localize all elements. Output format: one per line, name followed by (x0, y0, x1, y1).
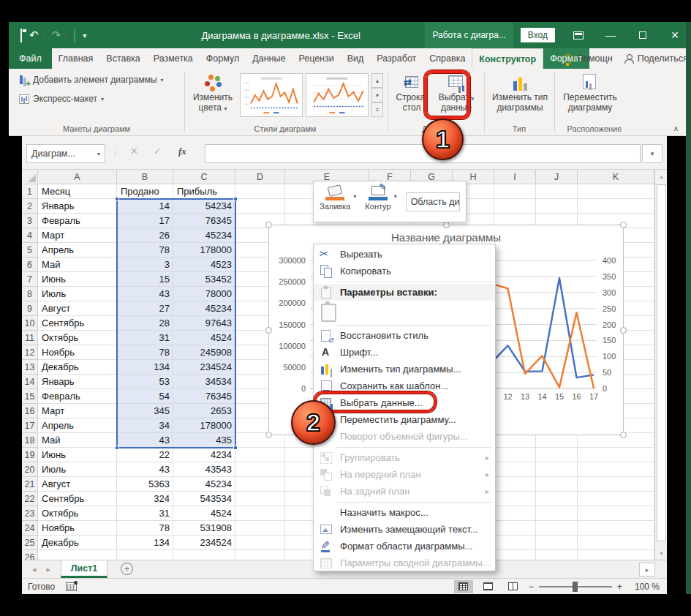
menu-item[interactable]: Шрифт... ▸ (314, 344, 495, 361)
minimize-button[interactable]: — (594, 22, 627, 48)
row-header-14[interactable]: 14 (22, 375, 38, 389)
sheet-tab-list1[interactable]: Лист1 (61, 560, 107, 578)
grid-cell[interactable]: 5363 (117, 477, 173, 492)
column-header-A[interactable]: A (38, 170, 117, 184)
quick-layout-button[interactable]: Экспресс-макет▾ (19, 94, 104, 104)
zoom-slider[interactable] (539, 586, 612, 587)
grid-cell[interactable]: 14 (117, 199, 173, 214)
grid-cell[interactable]: Месяц (38, 184, 117, 199)
normal-view-button[interactable] (454, 580, 473, 593)
grid-cell[interactable]: 178000 (173, 243, 235, 258)
row-header-13[interactable]: 13 (22, 360, 38, 375)
insert-function-icon[interactable]: fx (178, 146, 186, 157)
grid-cell[interactable] (536, 521, 578, 536)
grid-cell[interactable]: 45234 (173, 477, 235, 492)
fill-button[interactable]: Заливка (320, 186, 350, 211)
grid-cell[interactable]: Ноябрь (38, 521, 117, 536)
grid-cell[interactable]: 97643 (173, 316, 235, 331)
column-header-K[interactable]: K (578, 170, 654, 184)
grid-cell[interactable]: 78000 (173, 287, 235, 301)
grid-cell[interactable] (578, 448, 654, 462)
select-all-corner[interactable] (22, 170, 38, 184)
grid-cell[interactable] (173, 550, 235, 560)
customize-qat-icon[interactable]: ▾ (83, 31, 86, 40)
menu-item[interactable]: Формат области диаграммы... ▸ (314, 538, 495, 555)
grid-cell[interactable]: 43 (117, 287, 173, 301)
grid-cell[interactable]: 28 (117, 316, 173, 331)
row-header-23[interactable]: 23 (22, 506, 38, 521)
chart-handle[interactable] (620, 222, 627, 228)
grid-cell[interactable]: Прибыль (173, 184, 235, 199)
row-header-7[interactable]: 7 (22, 272, 38, 287)
grid-cell[interactable]: Март (38, 404, 117, 418)
maximize-button[interactable] (627, 22, 659, 48)
chart-style-thumbnail-1[interactable] (240, 73, 303, 117)
grid-cell[interactable] (536, 184, 578, 199)
grid-cell[interactable]: 234524 (173, 360, 235, 375)
grid-cell[interactable] (235, 536, 285, 550)
row-header-4[interactable]: 4 (22, 228, 38, 243)
grid-cell[interactable]: 45234 (173, 228, 235, 243)
menu-item[interactable]: Изменить замещающий текст... ▸ (314, 521, 495, 538)
row-header-2[interactable]: 2 (22, 199, 38, 214)
grid-cell[interactable]: Октябрь (38, 506, 117, 521)
grid-cell[interactable]: 15 (117, 272, 173, 287)
grid-cell[interactable] (494, 521, 536, 536)
column-header-D[interactable]: D (235, 170, 285, 184)
grid-cell[interactable] (578, 477, 654, 492)
chart-handle[interactable] (265, 222, 272, 228)
page-layout-view-button[interactable] (479, 580, 498, 593)
grid-cell[interactable]: 45234 (173, 301, 235, 316)
grid-cell[interactable]: Февраль (38, 389, 117, 404)
enter-icon[interactable]: ✓ (154, 146, 162, 157)
grid-cell[interactable] (494, 199, 536, 214)
grid-cell[interactable]: 543534 (173, 492, 235, 506)
ribbon-tab[interactable]: Главная (52, 48, 100, 69)
grid-cell[interactable] (578, 492, 654, 506)
camera-icon[interactable] (74, 29, 75, 42)
zoom-out-icon[interactable]: − (529, 582, 534, 592)
horizontal-scroll-right-icon[interactable]: ▸ (639, 563, 655, 576)
grid-cell[interactable]: 34534 (173, 375, 235, 389)
grid-cell[interactable]: 531908 (173, 521, 235, 536)
grid-cell[interactable] (235, 477, 285, 492)
row-header-3[interactable]: 3 (22, 214, 38, 228)
grid-cell[interactable] (536, 448, 578, 462)
grid-cell[interactable] (536, 492, 578, 506)
chart-element-combo[interactable]: Область диагр▾ (406, 192, 460, 211)
scroll-down-icon[interactable]: ▾ (656, 547, 667, 559)
sheet-nav-left-icon[interactable]: ◂ (32, 565, 37, 574)
grid-cell[interactable] (494, 536, 536, 550)
grid-cell[interactable]: 43543 (173, 462, 235, 477)
grid-cell[interactable] (578, 199, 654, 214)
grid-cell[interactable] (235, 184, 285, 199)
zoom-in-icon[interactable]: + (617, 582, 622, 592)
grid-cell[interactable] (536, 462, 578, 477)
grid-cell[interactable]: Январь (38, 199, 117, 214)
grid-cell[interactable]: 22 (117, 448, 173, 462)
zoom-level[interactable]: 100 % (627, 582, 660, 592)
chart-style-thumbnail-2[interactable] (306, 73, 369, 117)
page-break-view-button[interactable] (504, 580, 523, 593)
grid-cell[interactable]: 43 (117, 433, 173, 448)
grid-cell[interactable] (578, 506, 654, 521)
grid-cell[interactable]: Август (38, 477, 117, 492)
grid-cell[interactable] (235, 550, 285, 560)
gallery-more-icon[interactable]: ≡ (371, 102, 383, 117)
outline-button[interactable]: Контур (365, 186, 390, 211)
grid-cell[interactable]: 134 (117, 536, 173, 550)
change-colors-button[interactable]: Изменить цвета ▾ (190, 73, 235, 114)
row-header-10[interactable]: 10 (22, 316, 38, 331)
grid-cell[interactable]: Октябрь (38, 331, 117, 345)
grid-cell[interactable]: 78 (117, 521, 173, 536)
grid-cell[interactable]: Март (38, 228, 117, 243)
ribbon-tab[interactable]: Файл (9, 48, 52, 69)
chart-handle[interactable] (265, 432, 272, 438)
grid-cell[interactable] (536, 550, 578, 560)
grid-cell[interactable] (494, 506, 536, 521)
ribbon-tab[interactable]: Формул (200, 48, 246, 69)
grid-cell[interactable]: 26 (117, 228, 173, 243)
row-header-19[interactable]: 19 (22, 448, 38, 462)
row-header-26[interactable]: 26 (22, 550, 38, 560)
grid-cell[interactable]: 78 (117, 243, 173, 258)
